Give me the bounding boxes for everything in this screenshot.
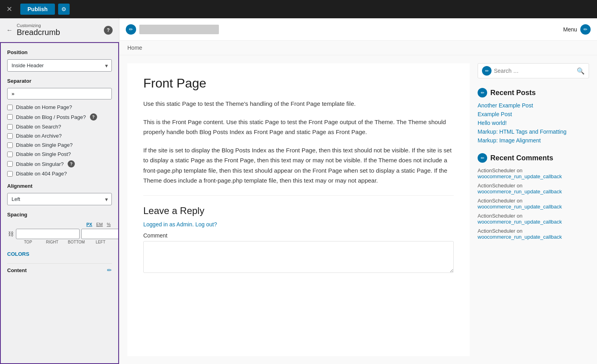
comment-on: on (517, 167, 522, 173)
sidebar-header: ← Customizing Breadcrumb ? (0, 18, 119, 42)
comment-author: ActionScheduler (478, 213, 515, 219)
menu-label: Menu (563, 26, 577, 33)
recent-posts-edit-button[interactable]: ✏ (478, 88, 487, 97)
comment-on: on (517, 198, 522, 204)
logo-edit-button[interactable]: ✏ (126, 24, 136, 35)
logout-link[interactable]: Log out? (195, 221, 217, 228)
recent-post-link[interactable]: Hello world! (478, 120, 507, 126)
list-item: Markup: Image Alignment (478, 137, 589, 144)
alignment-section-label: Alignment (7, 183, 112, 189)
spacing-section-label: Spacing (7, 212, 112, 218)
spacing-right-input[interactable] (81, 229, 119, 239)
unit-percent-button[interactable]: % (105, 222, 112, 227)
disable-single-page-label: Disable on Single Page? (16, 142, 72, 148)
comment-on: on (517, 228, 522, 234)
list-item: ActionScheduler on woocommerce_run_updat… (478, 198, 589, 210)
disable-archive-checkbox[interactable] (7, 133, 13, 139)
logged-in-link[interactable]: Logged in as Admin. (143, 221, 194, 228)
unit-px-button[interactable]: PX (85, 222, 94, 227)
checkbox-disable-home: Disable on Home Page? (7, 104, 112, 110)
comment-on: on (517, 183, 522, 189)
comment-link[interactable]: woocommerce_run_update_callback (478, 189, 562, 195)
customizing-label: Customizing (17, 23, 100, 28)
breadcrumb-home: Home (127, 45, 142, 51)
content-edit-button[interactable]: ✏ (107, 267, 112, 273)
spacing-top-input[interactable] (16, 229, 80, 239)
unit-em-button[interactable]: EM (95, 222, 104, 227)
menu-area: Menu ✏ (563, 24, 591, 35)
checkbox-disable-blog: Disable on Blog / Posts Page? ? (7, 113, 112, 121)
list-item: Another Example Post (478, 102, 589, 109)
content-label: Content (7, 267, 27, 273)
comment-link[interactable]: woocommerce_run_update_callback (478, 234, 562, 240)
checkbox-disable-search: Disable on Search? (7, 124, 112, 130)
content-row: Content ✏ (7, 263, 112, 273)
recent-post-link[interactable]: Markup: Image Alignment (478, 137, 541, 144)
disable-search-checkbox[interactable] (7, 124, 13, 130)
disable-singular-checkbox[interactable] (7, 161, 13, 167)
search-widget: ✏ 🔍 (478, 63, 589, 78)
publish-button[interactable]: Publish (20, 4, 55, 15)
comment-link[interactable]: woocommerce_run_update_callback (478, 219, 562, 225)
front-page-paragraph2: This is the Front Page content. Use this… (143, 117, 454, 137)
colors-label[interactable]: COLORS (7, 251, 29, 257)
list-item: ActionScheduler on woocommerce_run_updat… (478, 183, 589, 195)
disable-blog-checkbox[interactable] (7, 114, 13, 120)
preview-breadcrumb-bar: Home (119, 41, 597, 55)
checkbox-disable-404: Disable on 404 Page? (7, 171, 112, 177)
spacing-bottom-label: BOTTOM (65, 240, 88, 244)
comment-on: on (517, 213, 522, 219)
spacing-top-label: TOP (17, 240, 39, 244)
gear-button[interactable]: ⚙ (58, 4, 70, 15)
colors-section: COLORS (7, 251, 112, 257)
disable-404-label: Disable on 404 Page? (16, 171, 67, 177)
disable-single-page-checkbox[interactable] (7, 142, 13, 148)
disable-search-label: Disable on Search? (16, 124, 61, 130)
recent-comments-edit-button[interactable]: ✏ (478, 153, 487, 163)
disable-blog-label: Disable on Blog / Posts Page? (16, 114, 86, 120)
search-widget-edit-button[interactable]: ✏ (482, 66, 492, 76)
disable-single-post-checkbox[interactable] (7, 152, 13, 157)
close-button[interactable]: ✕ (3, 3, 16, 15)
disable-archive-label: Disable on Archive? (16, 133, 62, 139)
recent-posts-widget: ✏ Recent Posts Another Example Post Exam… (478, 88, 589, 144)
back-button[interactable]: ← (6, 27, 13, 34)
search-submit-button[interactable]: 🔍 (577, 67, 585, 75)
separator-input[interactable] (7, 88, 112, 99)
preview-widget-sidebar: ✏ 🔍 ✏ Recent Posts Another Example Post … (478, 63, 589, 356)
spacing-right-label: RIGHT (41, 240, 64, 244)
comment-link[interactable]: woocommerce_run_update_callback (478, 204, 562, 210)
checkbox-disable-singular: Disable on Singular? ? (7, 160, 112, 167)
disable-singular-help[interactable]: ? (68, 160, 75, 167)
spacing-link-icon[interactable]: ⛓ (7, 230, 14, 238)
disable-blog-help[interactable]: ? (90, 113, 97, 121)
help-button[interactable]: ? (104, 26, 113, 35)
comment-textarea[interactable] (143, 241, 454, 273)
comment-author: ActionScheduler (478, 228, 515, 234)
site-logo-placeholder (139, 25, 219, 34)
preview-body: Front Page Use this static Page to test … (119, 55, 597, 364)
main-layout: ← Customizing Breadcrumb ? Position Insi… (0, 18, 597, 364)
list-item: ActionScheduler on woocommerce_run_updat… (478, 167, 589, 179)
alignment-select-wrapper: Left Center Right ▾ (7, 193, 112, 205)
comment-author: ActionScheduler (478, 183, 515, 189)
alignment-select[interactable]: Left Center Right (7, 193, 112, 205)
recent-posts-list: Another Example Post Example Post Hello … (478, 102, 589, 144)
recent-comments-list: ActionScheduler on woocommerce_run_updat… (478, 167, 589, 240)
comment-author: ActionScheduler (478, 198, 515, 204)
disable-404-checkbox[interactable] (7, 171, 13, 177)
search-input[interactable] (494, 68, 574, 74)
disable-single-post-label: Disable on Single Post? (16, 151, 71, 157)
recent-post-link[interactable]: Example Post (478, 111, 512, 117)
preview-site-header: ✏ Menu ✏ (119, 18, 597, 41)
disable-home-checkbox[interactable] (7, 105, 13, 110)
recent-post-link[interactable]: Markup: HTML Tags and Formatting (478, 128, 566, 135)
comment-author: ActionScheduler (478, 167, 515, 173)
position-select[interactable]: Inside Header Before Content After Conte… (7, 59, 112, 72)
preview-main-content: Front Page Use this static Page to test … (127, 63, 470, 356)
menu-edit-button[interactable]: ✏ (580, 24, 591, 35)
recent-post-link[interactable]: Another Example Post (478, 102, 533, 109)
recent-posts-title: Recent Posts (490, 89, 536, 97)
list-item: Example Post (478, 111, 589, 117)
comment-link[interactable]: woocommerce_run_update_callback (478, 173, 562, 179)
